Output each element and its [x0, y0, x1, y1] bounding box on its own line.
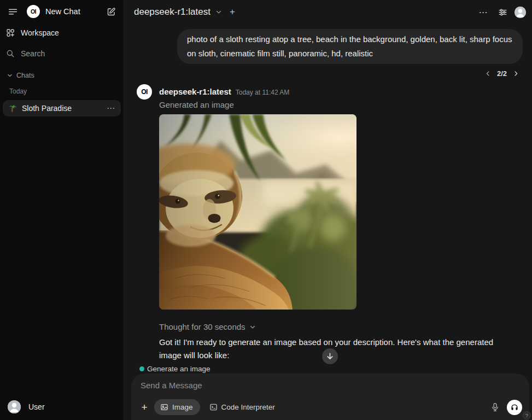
chats-today-label: Today: [0, 80, 124, 97]
chat-item-menu-icon[interactable]: ⋯: [107, 106, 115, 111]
palm-tree-emoji-icon: [8, 104, 17, 113]
sidebar-item-search[interactable]: Search: [0, 45, 124, 62]
chat-list-item-sloth-paradise[interactable]: Sloth Paradise ⋯: [3, 100, 121, 116]
microphone-icon[interactable]: [488, 400, 502, 415]
new-chat-icon[interactable]: [104, 4, 118, 19]
new-chat-label[interactable]: New Chat: [44, 7, 100, 16]
pagination-count: 2/2: [497, 69, 507, 78]
chat-controls-icon[interactable]: [495, 8, 510, 17]
generated-image[interactable]: [159, 114, 356, 310]
workspace-icon: [6, 28, 15, 37]
headphones-icon: [510, 403, 519, 412]
composer-toolbar: + Image Code Inter: [137, 399, 522, 415]
sidebar: OI New Chat Workspace Search: [0, 0, 124, 420]
message-input[interactable]: Send a Message: [131, 374, 529, 390]
help-button[interactable]: ?: [523, 411, 531, 419]
chats-label: Chats: [16, 72, 34, 79]
user-avatar: [8, 400, 21, 413]
code-interpreter-label: Code Interpreter: [221, 403, 275, 411]
chat-title: Sloth Paradise: [22, 104, 102, 113]
chat-messages-area: photo of a sloth resting atop a tree, be…: [125, 24, 532, 420]
generated-image-label: Generated an image: [159, 100, 523, 109]
message-timestamp: Today at 11:42 AM: [236, 89, 290, 96]
thought-label: Thought for 30 seconds: [159, 322, 245, 331]
assistant-model-name: deepseek-r1:latest: [159, 87, 231, 96]
chat-options-menu-icon[interactable]: ⋯: [476, 7, 490, 18]
sidebar-item-workspace[interactable]: Workspace: [0, 24, 124, 42]
thought-toggle[interactable]: Thought for 30 seconds: [159, 322, 523, 331]
message-pagination: 2/2: [125, 64, 532, 78]
topbar: deepseek-r1:latest + ⋯: [125, 0, 532, 24]
next-response-icon[interactable]: [513, 71, 519, 77]
assistant-header: deepseek-r1:latest Today at 11:42 AM: [159, 84, 523, 96]
sidebar-header: OI New Chat: [0, 0, 124, 23]
app-logo: OI: [27, 5, 40, 18]
code-interpreter-toggle[interactable]: Code Interpreter: [203, 399, 282, 415]
attach-file-button[interactable]: +: [137, 400, 152, 415]
image-icon: [160, 403, 168, 411]
tool-status-label: Generate an image: [147, 365, 211, 373]
user-name: User: [28, 402, 45, 411]
main-area: deepseek-r1:latest + ⋯ photo of a sloth …: [125, 0, 532, 420]
previous-response-icon[interactable]: [485, 71, 491, 77]
sidebar-toggle-icon[interactable]: [5, 4, 20, 19]
sidebar-user-menu[interactable]: User: [0, 396, 124, 418]
status-dot-icon: [139, 366, 144, 371]
image-toggle-label: Image: [172, 403, 193, 411]
model-selector[interactable]: deepseek-r1:latest: [134, 7, 222, 18]
chevron-down-icon: [7, 73, 13, 78]
chevron-down-icon: [249, 324, 256, 330]
add-model-button[interactable]: +: [227, 7, 238, 18]
model-name: deepseek-r1:latest: [134, 7, 211, 18]
workspace-label: Workspace: [21, 28, 59, 37]
message-composer: Send a Message + Image: [131, 374, 529, 420]
profile-avatar[interactable]: [515, 7, 526, 18]
voice-call-button[interactable]: [507, 400, 522, 415]
chats-section-toggle[interactable]: Chats: [0, 62, 124, 80]
user-message-bubble: photo of a sloth resting atop a tree, be…: [177, 29, 523, 64]
tool-status-row: Generate an image: [139, 365, 523, 373]
image-generation-toggle[interactable]: Image: [154, 399, 200, 415]
chevron-down-icon: [215, 9, 222, 15]
terminal-icon: [209, 403, 218, 411]
assistant-avatar: OI: [137, 84, 152, 100]
scroll-to-bottom-button[interactable]: [322, 348, 338, 364]
user-message-row: photo of a sloth resting atop a tree, be…: [125, 24, 532, 64]
search-label: Search: [21, 49, 45, 58]
assistant-message: OI deepseek-r1:latest Today at 11:42 AM …: [125, 78, 532, 383]
search-icon: [6, 49, 15, 58]
assistant-message-content: deepseek-r1:latest Today at 11:42 AM Gen…: [159, 84, 523, 383]
